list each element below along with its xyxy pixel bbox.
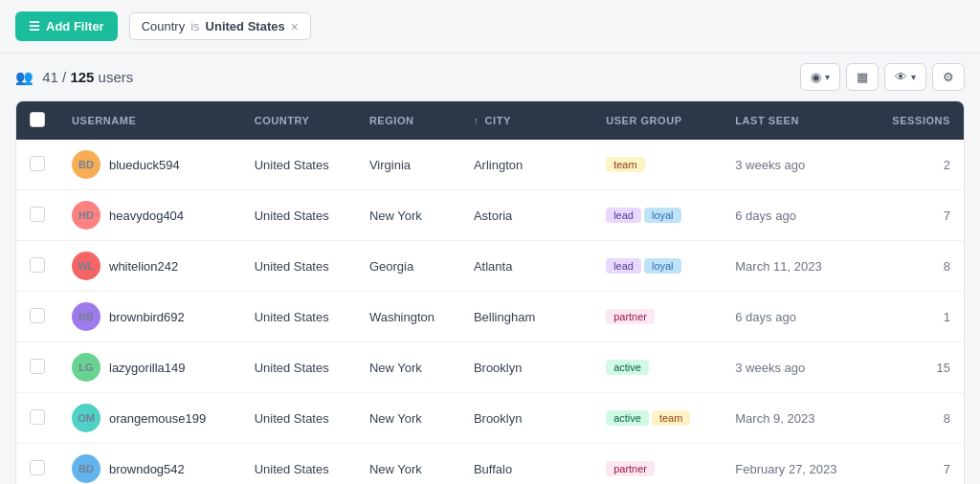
chevron-down-icon: ▾ [825,72,830,82]
avatar: BD [72,150,100,179]
region-cell: Georgia [356,241,460,292]
col-country[interactable]: COUNTRY [241,101,356,140]
username-cell: OMorangemouse199 [58,393,241,444]
row-checkbox-cell [16,444,58,485]
col-region[interactable]: REGION [356,101,460,140]
city-cell: Buffalo [460,444,592,485]
avatar: WL [72,252,100,280]
region-cell: Washington [356,292,460,342]
user-group-badge: lead [606,208,641,223]
row-checkbox[interactable] [30,257,45,273]
username-text[interactable]: whitelion242 [109,259,178,274]
sessions-cell: 7 [867,444,964,485]
username-text[interactable]: lazygorilla149 [109,361,186,375]
count-total: 125 [70,69,94,85]
table-row: LGlazygorilla149United StatesNew YorkBro… [16,342,964,393]
username-text[interactable]: browndog542 [109,462,185,476]
users-icon: 👥 [15,69,33,85]
user-group-badge: team [652,410,690,426]
user-group-badge: loyal [644,258,681,274]
chevron-down-icon2: ▾ [911,72,916,82]
country-cell: United States [241,393,356,444]
col-usergroup[interactable]: USER GROUP [592,101,722,140]
count-label: users [99,69,134,85]
col-checkbox [16,101,58,140]
username-text[interactable]: orangemouse199 [109,411,206,426]
avatar: BB [72,302,100,331]
sessions-cell: 2 [867,140,964,190]
user-group-badge: loyal [644,208,681,223]
count-current: 41 [42,69,58,85]
table-row: BDbrowndog542United StatesNew YorkBuffal… [16,444,964,485]
col-city[interactable]: ↑ CITY [460,101,592,140]
settings-icon: ⚙ [943,70,954,84]
username-text[interactable]: blueduck594 [109,158,180,172]
eye-icon: 👁 [895,70,907,84]
table-row: BDblueduck594United StatesVirginiaArling… [16,140,964,190]
row-checkbox[interactable] [30,207,45,222]
table-body: BDblueduck594United StatesVirginiaArling… [16,140,964,484]
view-controls: ◉ ▾ ▦ 👁 ▾ ⚙ [800,63,965,91]
country-cell: United States [241,292,356,342]
usergroup-cell: leadloyal [592,190,722,241]
usergroup-cell: leadloyal [592,241,722,292]
col-lastseen[interactable]: LAST SEEN [722,101,867,140]
col-sessions[interactable]: SESSIONS [867,101,964,140]
users-table: USERNAME COUNTRY REGION ↑ CITY USER GROU… [16,101,964,484]
country-cell: United States [241,342,356,393]
last-seen-cell: 3 weeks ago [722,140,867,190]
avatar: OM [72,404,100,432]
users-table-container: USERNAME COUNTRY REGION ↑ CITY USER GROU… [15,100,965,484]
select-all-checkbox[interactable] [30,112,45,127]
filter-chip-operator: is [190,19,199,33]
sub-header: 👥 41 / 125 users ◉ ▾ ▦ 👁 ▾ ⚙ [0,54,980,100]
last-seen-cell: 6 days ago [722,292,867,342]
username-text[interactable]: brownbird692 [109,310,185,324]
last-seen-cell: 6 days ago [722,190,867,241]
username-cell: WLwhitelion242 [58,241,241,292]
grid-view-button[interactable]: ▦ [846,63,879,91]
row-checkbox[interactable] [30,460,45,475]
usergroup-cell: team [592,140,722,190]
username-cell: BDbrowndog542 [58,444,241,485]
usergroup-cell: activeteam [592,393,722,444]
row-checkbox[interactable] [30,409,45,425]
row-checkbox[interactable] [30,359,45,374]
usergroup-cell: active [592,342,722,393]
row-checkbox-cell [16,292,58,342]
country-cell: United States [241,444,356,485]
filter-icon: ☰ [29,19,40,33]
row-checkbox[interactable] [30,308,45,323]
add-filter-button[interactable]: ☰ Add Filter [15,11,118,41]
last-seen-cell: March 9, 2023 [722,393,867,444]
settings-view-button[interactable]: ⚙ [932,63,965,91]
top-bar: ☰ Add Filter Country is United States × [0,0,980,54]
region-cell: New York [356,393,460,444]
eye-view-button[interactable]: 👁 ▾ [884,63,926,91]
region-cell: New York [356,190,460,241]
table-row: BBbrownbird692United StatesWashingtonBel… [16,292,964,342]
country-cell: United States [241,241,356,292]
add-filter-label: Add Filter [46,19,104,33]
user-group-badge: lead [606,258,641,274]
region-cell: New York [356,444,460,485]
avatar: HD [72,201,100,230]
country-cell: United States [241,190,356,241]
city-cell: Astoria [460,190,592,241]
row-checkbox[interactable] [30,156,45,171]
usergroup-cell: partner [592,444,722,485]
city-cell: Brooklyn [460,342,592,393]
filter-chip-close[interactable]: × [291,20,299,33]
last-seen-cell: March 11, 2023 [722,241,867,292]
username-cell: BDblueduck594 [58,140,241,190]
username-cell: BBbrownbird692 [58,292,241,342]
col-username[interactable]: USERNAME [58,101,241,140]
table-header-row: USERNAME COUNTRY REGION ↑ CITY USER GROU… [16,101,964,140]
username-text[interactable]: heavydog404 [109,209,184,223]
table-row: HDheavydog404United StatesNew YorkAstori… [16,190,964,241]
globe-view-button[interactable]: ◉ ▾ [800,63,840,91]
usergroup-cell: partner [592,292,722,342]
filter-chip: Country is United States × [129,12,311,40]
avatar: LG [72,353,100,382]
table-row: OMorangemouse199United StatesNew YorkBro… [16,393,964,444]
